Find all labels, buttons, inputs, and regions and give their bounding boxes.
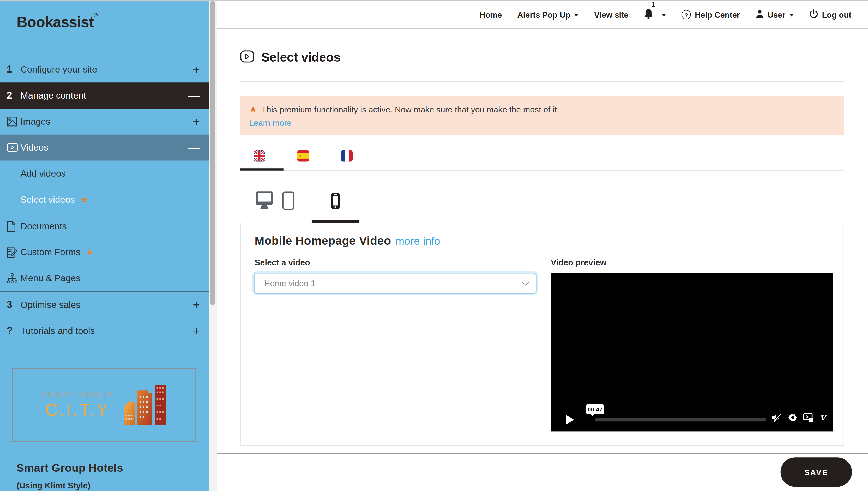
chevron-down-icon <box>522 279 529 286</box>
form-icon <box>6 247 20 258</box>
premium-star-icon: ★ <box>80 195 88 205</box>
divider <box>240 81 844 82</box>
tab-device-mobile[interactable] <box>331 193 340 211</box>
tab-device-tablet[interactable] <box>282 192 295 212</box>
page-title-row: Select videos <box>240 50 340 65</box>
progress-bar[interactable] <box>595 418 766 421</box>
mobile-icon <box>331 193 340 209</box>
tab-language-french[interactable] <box>341 150 353 162</box>
sidebar-item-tutorials-and-tools[interactable]: ? Tutorials and tools + <box>0 318 209 344</box>
hotel-brand-logo: SMART GROUP C.I.T.Y <box>12 368 196 442</box>
user-icon <box>755 9 764 20</box>
city-buildings-illustration <box>123 383 167 427</box>
play-button[interactable] <box>566 415 574 425</box>
banner-text: This premium functionality is active. No… <box>262 105 559 114</box>
timestamp-tooltip: 00:47 <box>586 404 604 414</box>
sidebar-scrollbar[interactable] <box>209 1 217 491</box>
picture-in-picture-icon[interactable] <box>803 413 814 422</box>
active-language-tab-indicator <box>240 168 283 170</box>
hotel-name: Smart Group Hotels <box>17 462 123 474</box>
notification-count-badge: 1 <box>652 1 655 7</box>
document-icon <box>6 221 20 232</box>
brand-logo-main-text: C.I.T.Y <box>41 400 114 420</box>
expand-icon[interactable]: + <box>193 64 200 75</box>
video-player[interactable]: 00:47 v <box>551 273 833 431</box>
desktop-icon <box>256 190 273 211</box>
power-icon <box>809 9 818 20</box>
mobile-homepage-video-card: Mobile Homepage Videomore info Select a … <box>240 223 844 445</box>
app-logo: Bookassist® <box>0 1 209 30</box>
app-logo-text: Bookassist <box>17 14 94 31</box>
divider <box>240 170 844 171</box>
active-device-tab-indicator <box>312 221 359 223</box>
video-select-dropdown[interactable]: Home video 1 <box>254 273 536 293</box>
nav-alerts-popup[interactable]: Alerts Pop Up <box>517 10 578 19</box>
sidebar-item-add-videos[interactable]: Add videos <box>0 161 209 187</box>
save-button[interactable]: SAVE <box>781 457 852 487</box>
sidebar-item-select-videos[interactable]: Select videos ★ <box>0 186 209 213</box>
sidebar-item-manage-content[interactable]: 2 Manage content — <box>0 82 209 109</box>
sidebar-item-videos[interactable]: Videos — <box>0 135 209 161</box>
main-content: Select videos ★ This premium functionali… <box>217 29 868 491</box>
page-title: Select videos <box>261 50 341 65</box>
nav-home[interactable]: Home <box>480 10 502 19</box>
vimeo-logo-icon[interactable]: v <box>820 412 826 422</box>
divider <box>217 453 868 454</box>
tablet-icon <box>282 192 295 210</box>
section-title: Mobile Homepage Video <box>255 234 391 247</box>
bell-icon <box>644 8 653 21</box>
premium-active-banner: ★ This premium functionality is active. … <box>240 96 844 135</box>
nav-logout[interactable]: Log out <box>809 9 851 20</box>
star-icon: ★ <box>249 104 257 115</box>
sidebar: Bookassist® 1 Configure your site + 2 Ma… <box>0 1 209 491</box>
top-navigation: Home Alerts Pop Up View site 1 ? Help Ce… <box>217 1 868 29</box>
more-info-link[interactable]: more info <box>396 235 441 247</box>
nav-help-center[interactable]: ? Help Center <box>682 10 740 19</box>
learn-more-link[interactable]: Learn more <box>249 118 292 127</box>
registered-mark: ® <box>94 12 97 18</box>
nav-view-site[interactable]: View site <box>594 10 628 19</box>
nav-notifications[interactable]: 1 <box>644 8 666 21</box>
image-icon <box>6 116 20 127</box>
tab-language-spanish[interactable] <box>297 150 309 162</box>
sidebar-menu: 1 Configure your site + 2 Manage content… <box>0 56 209 344</box>
section-title-row: Mobile Homepage Videomore info <box>255 234 440 248</box>
sidebar-item-documents[interactable]: Documents <box>0 213 209 239</box>
chevron-down-icon <box>574 14 579 17</box>
sidebar-item-custom-forms[interactable]: Custom Forms ★ <box>0 239 209 265</box>
video-icon <box>6 143 20 152</box>
tab-device-desktop[interactable] <box>256 190 273 214</box>
scrollbar-thumb[interactable] <box>210 1 215 305</box>
collapse-icon[interactable]: — <box>188 142 200 153</box>
expand-icon[interactable]: + <box>193 325 200 336</box>
selected-video-value: Home video 1 <box>264 279 315 288</box>
expand-icon[interactable]: + <box>193 116 200 127</box>
sidebar-item-configure-your-site[interactable]: 1 Configure your site + <box>0 56 209 82</box>
settings-gear-icon[interactable] <box>788 413 797 422</box>
muted-volume-icon[interactable] <box>772 413 782 422</box>
expand-icon[interactable]: + <box>193 299 200 310</box>
sidebar-item-optimise-sales[interactable]: 3 Optimise sales + <box>0 292 209 318</box>
france-flag-icon <box>341 150 353 162</box>
hotel-style-note: (Using Klimt Style) <box>17 481 90 490</box>
uk-flag-icon <box>253 150 265 162</box>
spain-flag-icon <box>297 150 309 162</box>
tab-language-english[interactable] <box>253 150 265 162</box>
collapse-icon[interactable]: — <box>188 90 200 101</box>
question-icon: ? <box>6 325 20 337</box>
sitemap-icon <box>6 273 20 283</box>
sidebar-item-menu-pages[interactable]: Menu & Pages <box>0 265 209 291</box>
nav-user-menu[interactable]: User <box>755 9 794 20</box>
video-preview-label: Video preview <box>551 258 607 267</box>
help-icon: ? <box>682 10 691 19</box>
brand-logo-top-text: SMART GROUP <box>41 390 114 399</box>
video-play-icon <box>240 50 254 64</box>
window-top-edge <box>0 0 868 1</box>
premium-star-icon: ★ <box>86 247 93 257</box>
divider <box>17 34 192 34</box>
chevron-down-icon <box>789 14 794 17</box>
select-video-label: Select a video <box>255 258 310 267</box>
chevron-down-icon <box>662 14 666 17</box>
sidebar-item-images[interactable]: Images + <box>0 109 209 135</box>
